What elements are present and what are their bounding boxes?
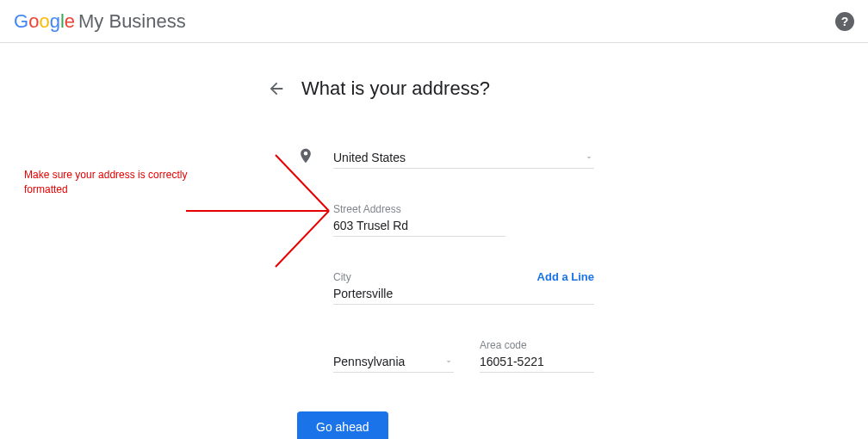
zip-label: Area code — [480, 339, 594, 351]
main-content: What is your address? United States Stre… — [0, 43, 868, 439]
state-value: Pennsylvania — [333, 355, 405, 368]
chevron-down-icon — [443, 356, 454, 367]
country-value: United States — [333, 151, 406, 164]
app-header: Google My Business ? — [0, 0, 868, 43]
city-input[interactable] — [333, 283, 594, 305]
street-input[interactable] — [333, 215, 505, 237]
page-title: What is your address? — [301, 77, 490, 100]
product-name: My Business — [78, 10, 186, 33]
back-arrow-icon[interactable] — [267, 79, 286, 98]
address-form: United States Street Address Add a Line … — [297, 147, 594, 373]
state-dropdown[interactable]: Pennsylvania — [333, 351, 454, 373]
chevron-down-icon — [584, 152, 594, 163]
zip-input[interactable] — [480, 351, 594, 373]
go-ahead-button[interactable]: Go ahead — [297, 411, 388, 439]
help-icon[interactable]: ? — [835, 12, 854, 31]
country-dropdown[interactable]: United States — [333, 147, 594, 169]
add-line-link[interactable]: Add a Line — [537, 270, 594, 283]
street-label: Street Address — [333, 203, 594, 215]
annotation-text: Make sure your address is correctly form… — [24, 168, 196, 197]
google-logo: Google — [14, 10, 75, 33]
location-pin-icon — [297, 147, 314, 164]
logo: Google My Business — [14, 10, 186, 33]
